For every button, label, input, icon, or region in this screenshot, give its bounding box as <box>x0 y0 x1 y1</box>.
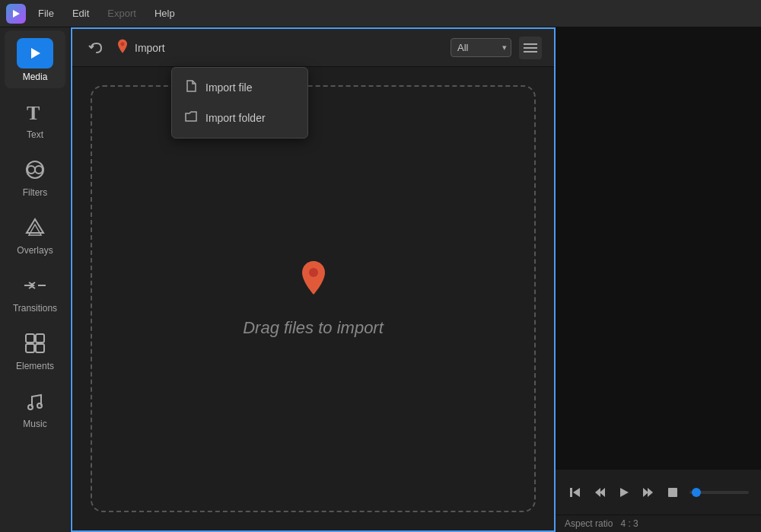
aspect-ratio-value: 4 : 3 <box>620 518 638 529</box>
text-icon: T <box>21 97 49 126</box>
drop-zone-text: Drag files to import <box>243 318 384 338</box>
transitions-icon <box>21 271 49 300</box>
undo-button[interactable] <box>84 37 106 59</box>
svg-marker-23 <box>595 488 600 497</box>
svg-rect-12 <box>26 344 34 352</box>
sidebar-label-transitions: Transitions <box>13 303 57 314</box>
sidebar-label-music: Music <box>23 419 46 429</box>
svg-marker-27 <box>648 488 653 497</box>
aspect-ratio-label: Aspect ratio <box>565 518 613 529</box>
svg-point-5 <box>35 166 43 174</box>
filter-dropdown[interactable]: All Video Image Audio <box>451 38 511 57</box>
sidebar-item-music[interactable]: Music <box>5 379 65 435</box>
drop-zone[interactable]: Drag files to import <box>91 85 536 512</box>
svg-point-20 <box>309 268 318 277</box>
media-icon <box>17 38 53 68</box>
drop-pin-icon <box>298 260 329 306</box>
filters-icon <box>21 155 49 184</box>
menu-help[interactable]: Help <box>151 6 178 21</box>
stop-button[interactable] <box>662 482 683 503</box>
content-area: Import Import file <box>71 27 556 532</box>
svg-rect-11 <box>36 334 44 342</box>
sidebar-item-overlays[interactable]: Overlays <box>5 205 65 262</box>
sidebar-item-transitions[interactable]: Transitions <box>5 263 65 320</box>
svg-marker-22 <box>573 488 580 497</box>
sidebar-item-elements[interactable]: Elements <box>5 321 65 377</box>
import-button[interactable]: Import <box>115 39 165 57</box>
svg-point-16 <box>120 42 124 46</box>
svg-marker-25 <box>620 488 629 497</box>
menu-edit[interactable]: Edit <box>69 6 92 21</box>
sidebar-item-text[interactable]: T Text <box>5 90 65 146</box>
menu-export: Export <box>104 6 139 21</box>
import-label: Import <box>135 42 165 54</box>
main-layout: Media T Text Filters <box>0 27 761 532</box>
pin-icon <box>115 39 130 57</box>
elements-icon <box>21 329 49 358</box>
svg-point-14 <box>28 405 33 409</box>
svg-rect-13 <box>36 344 44 352</box>
menubar: File Edit Export Help <box>0 0 761 27</box>
sidebar-label-text: Text <box>27 129 43 140</box>
overlays-icon <box>21 213 49 242</box>
content-header: Import Import file <box>72 29 554 67</box>
aspect-ratio-display: Aspect ratio 4 : 3 <box>556 514 761 532</box>
filter-select-area: All Video Image Audio <box>451 37 542 59</box>
app-logo <box>6 4 26 24</box>
import-file-item[interactable]: Import file <box>172 72 307 103</box>
progress-bar[interactable] <box>689 491 749 494</box>
sidebar-label-filters: Filters <box>23 187 48 198</box>
sidebar-item-filters[interactable]: Filters <box>5 148 65 204</box>
import-folder-label: Import folder <box>205 112 266 124</box>
sidebar-item-media[interactable]: Media <box>5 30 65 88</box>
import-file-label: Import file <box>205 81 252 94</box>
svg-rect-10 <box>26 334 34 342</box>
import-dropdown: Import file Import folder <box>171 67 308 139</box>
preview-controls <box>556 469 761 514</box>
sidebar-label-elements: Elements <box>16 361 54 371</box>
svg-marker-1 <box>31 48 40 59</box>
folder-icon <box>184 110 198 126</box>
svg-marker-6 <box>27 219 43 233</box>
svg-rect-21 <box>570 488 572 497</box>
file-icon <box>184 79 198 96</box>
svg-point-4 <box>27 166 35 174</box>
play-fwd-button[interactable] <box>638 482 659 503</box>
music-icon <box>21 387 49 416</box>
sidebar-label-media: Media <box>23 72 48 82</box>
svg-point-15 <box>37 403 42 408</box>
svg-rect-28 <box>668 488 677 497</box>
rewind-button[interactable] <box>565 482 586 503</box>
list-view-button[interactable] <box>519 37 542 59</box>
menu-file[interactable]: File <box>35 6 57 21</box>
play-button[interactable] <box>613 482 635 503</box>
sidebar: Media T Text Filters <box>0 27 71 532</box>
preview-panel: Aspect ratio 4 : 3 <box>556 27 761 532</box>
progress-thumb[interactable] <box>692 488 701 497</box>
svg-marker-26 <box>643 488 648 497</box>
svg-marker-0 <box>13 10 20 18</box>
import-folder-item[interactable]: Import folder <box>172 103 307 133</box>
preview-video <box>556 27 761 469</box>
svg-marker-24 <box>600 488 605 497</box>
svg-text:T: T <box>27 102 40 123</box>
sidebar-label-overlays: Overlays <box>17 245 53 256</box>
play-back-button[interactable] <box>589 482 610 503</box>
filter-wrapper[interactable]: All Video Image Audio <box>451 38 511 57</box>
